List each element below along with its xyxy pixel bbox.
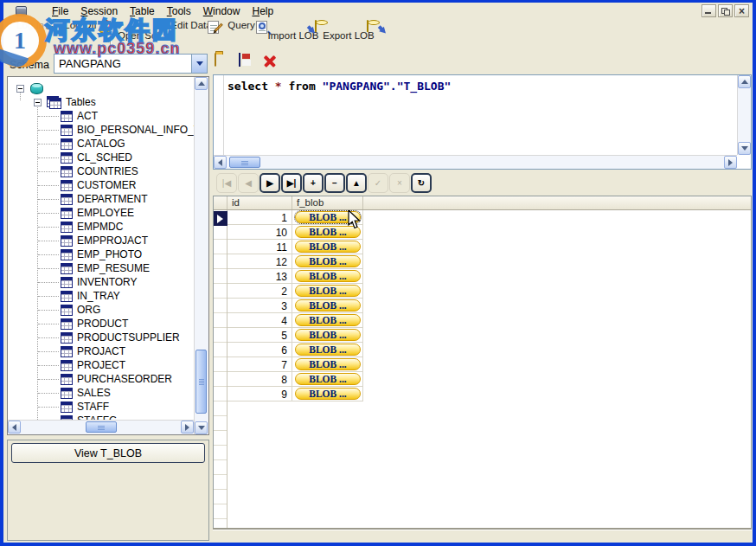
blob-button[interactable]: BLOB ...: [295, 299, 361, 312]
tree-item[interactable]: BIO_PERSONAL_INFO_T: [38, 123, 194, 137]
scroll-up-button[interactable]: [195, 77, 208, 90]
view-table-button[interactable]: View T_BLOB: [11, 443, 205, 463]
grid-row[interactable]: 11BLOB ...: [227, 240, 363, 254]
tree-item[interactable]: PURCHASEORDER: [38, 372, 172, 386]
schema-combo-dropdown-button[interactable]: [191, 55, 207, 73]
grid-row[interactable]: 8BLOB ...: [227, 372, 363, 387]
grid-row[interactable]: 9BLOB ...: [227, 387, 363, 401]
menu-window[interactable]: Window: [197, 4, 247, 18]
tree-item[interactable]: EMPLOYEE: [38, 206, 134, 220]
scroll-right-button[interactable]: [724, 156, 737, 169]
grid-row[interactable]: 13BLOB ...: [227, 269, 363, 284]
tree-item[interactable]: IN_TRAY: [38, 289, 120, 303]
nav-edit-button[interactable]: ▲: [346, 173, 367, 193]
scrollbar-thumb[interactable]: [86, 421, 117, 433]
blob-button[interactable]: BLOB ...: [295, 270, 361, 282]
blob-button[interactable]: BLOB ...: [295, 388, 361, 400]
nav-refresh-button[interactable]: ↻: [411, 173, 432, 193]
tree-item[interactable]: PROJACT: [38, 344, 125, 358]
nav-prior-button[interactable]: ◀: [238, 173, 259, 193]
scroll-left-button[interactable]: [8, 421, 21, 434]
sql-vertical-scrollbar[interactable]: [737, 75, 751, 155]
execute-button[interactable]: [283, 54, 300, 71]
tree-item[interactable]: PRODUCTSUPPLIER: [38, 331, 180, 344]
grid-header-id[interactable]: id: [227, 196, 292, 209]
nav-first-button[interactable]: |◀: [216, 173, 237, 193]
blob-button[interactable]: BLOB ...: [295, 344, 361, 356]
nav-next-button[interactable]: ▶: [259, 173, 280, 193]
menu-help[interactable]: Help: [246, 4, 279, 18]
grid-row[interactable]: 3BLOB ...: [227, 299, 363, 313]
tree-item[interactable]: EMPMDC: [38, 220, 123, 234]
nav-cancel-button[interactable]: ×: [389, 173, 410, 193]
tree-item[interactable]: SALES: [38, 386, 111, 400]
tree-item[interactable]: DEPARTMENT: [38, 192, 148, 206]
scrollbar-thumb[interactable]: [229, 157, 260, 168]
grid-header-f-blob[interactable]: f_blob: [292, 196, 363, 209]
restore-button[interactable]: [718, 4, 733, 17]
grid-row[interactable]: 2BLOB ...: [227, 284, 363, 299]
blob-button[interactable]: BLOB ...: [295, 241, 361, 253]
nav-insert-button[interactable]: +: [303, 173, 324, 193]
grid-row[interactable]: 6BLOB ...: [227, 343, 363, 357]
scroll-left-button[interactable]: [214, 156, 227, 169]
database-icon: [30, 83, 43, 94]
export-lob-button[interactable]: Export LOB: [322, 19, 375, 51]
collapse-icon[interactable]: [16, 85, 24, 93]
schema-tree: Tables ACT BIO_PERSONAL_INFO_T CATALOG C…: [8, 77, 194, 420]
import-lob-button[interactable]: Import LOB: [266, 19, 320, 51]
scroll-right-button[interactable]: [181, 421, 194, 434]
grid-row[interactable]: 4BLOB ...: [227, 313, 363, 328]
tree-item[interactable]: PRODUCT: [38, 317, 128, 331]
save-button[interactable]: [239, 54, 256, 71]
blob-button[interactable]: BLOB ...: [295, 285, 361, 297]
tree-item[interactable]: STAFF: [38, 400, 109, 414]
tree-item[interactable]: CATALOG: [38, 137, 125, 151]
sql-horizontal-scrollbar[interactable]: [214, 155, 737, 169]
nav-post-button[interactable]: ✓: [368, 173, 388, 193]
sql-token-select: select: [227, 80, 275, 93]
current-record-marker: [214, 211, 227, 226]
scroll-up-button[interactable]: [738, 75, 751, 88]
tree-vertical-scrollbar[interactable]: [194, 77, 208, 434]
tree-item[interactable]: EMP_RESUME: [38, 261, 150, 275]
open-file-button[interactable]: [215, 54, 232, 71]
sql-editor[interactable]: select * from "PANGPANG"."T_BLOB": [213, 74, 752, 170]
tree-item[interactable]: EMP_PHOTO: [38, 247, 142, 261]
tree-item[interactable]: COUNTRIES: [38, 164, 138, 178]
scrollbar-thumb[interactable]: [195, 350, 207, 414]
tree-item[interactable]: STAFFG: [38, 414, 117, 420]
grid-row[interactable]: 5BLOB ...: [227, 328, 363, 343]
grid-row[interactable]: 12BLOB ...: [227, 254, 363, 269]
delete-button[interactable]: [262, 54, 279, 71]
tree-item[interactable]: ORG: [38, 303, 100, 317]
blob-button[interactable]: BLOB ...: [295, 373, 361, 385]
tree-item[interactable]: PROJECT: [38, 358, 125, 372]
tree-root-node[interactable]: [16, 81, 43, 95]
tree-horizontal-scrollbar[interactable]: [8, 420, 194, 434]
tree-item[interactable]: ACT: [38, 109, 98, 123]
close-button[interactable]: ×: [734, 4, 749, 17]
collapse-icon[interactable]: [34, 99, 42, 106]
grid-row[interactable]: 10BLOB ...: [227, 225, 363, 240]
tree-tables-node[interactable]: Tables: [34, 95, 96, 109]
nav-delete-button[interactable]: −: [324, 173, 345, 193]
blob-button[interactable]: BLOB ...: [295, 329, 361, 341]
tree-item[interactable]: CL_SCHED: [38, 151, 132, 164]
blob-button[interactable]: BLOB ...: [295, 358, 361, 370]
scroll-down-button[interactable]: [738, 142, 751, 155]
query-button[interactable]: Query: [219, 19, 264, 51]
tree-item-label: PROJACT: [77, 345, 125, 357]
minimize-button[interactable]: [702, 4, 716, 17]
grid-row[interactable]: 7BLOB ...: [227, 357, 363, 372]
blob-button[interactable]: BLOB ...: [295, 255, 361, 267]
tree-item[interactable]: INVENTORY: [38, 275, 138, 289]
nav-last-button[interactable]: ▶|: [281, 173, 302, 193]
blob-button[interactable]: BLOB ...: [295, 314, 361, 326]
sql-token-from: from: [288, 80, 322, 93]
tree-item[interactable]: CUSTOMER: [38, 178, 136, 192]
tree-item[interactable]: EMPPROJACT: [38, 234, 148, 247]
grid-row[interactable]: 1BLOB ...: [227, 210, 363, 225]
table-icon: [61, 152, 73, 164]
scroll-down-button[interactable]: [195, 421, 208, 434]
